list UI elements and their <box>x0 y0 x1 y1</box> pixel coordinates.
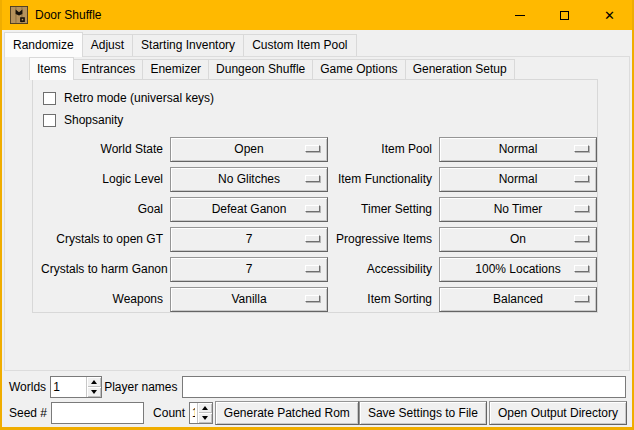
world-state-label: World State <box>41 142 163 156</box>
progressive-items-dropdown[interactable]: On <box>439 227 597 252</box>
item-sorting-dropdown[interactable]: Balanced <box>439 287 597 312</box>
shopsanity-checkbox[interactable] <box>43 114 56 127</box>
open-output-directory-label: Open Output Directory <box>498 406 618 420</box>
item-sorting-label: Item Sorting <box>328 292 432 306</box>
dropdown-indicator-icon <box>574 205 589 212</box>
weapons-dropdown[interactable]: Vanilla <box>170 287 328 312</box>
goal-dropdown[interactable]: Defeat Ganon <box>170 197 328 222</box>
weapons-label: Weapons <box>41 292 163 306</box>
logic-level-value: No Glitches <box>218 172 280 186</box>
arrow-up-icon <box>91 380 97 384</box>
accessibility-dropdown[interactable]: 100% Locations <box>439 257 597 282</box>
tab-adjust[interactable]: Adjust <box>82 34 133 56</box>
seed-row: Seed # Count Generate Patched Rom Save S… <box>7 401 627 424</box>
seed-input[interactable] <box>51 402 144 424</box>
tab-entrances[interactable]: Entrances <box>73 59 143 79</box>
count-spin-down-button[interactable] <box>198 413 212 423</box>
generate-patched-rom-button[interactable]: Generate Patched Rom <box>215 401 359 425</box>
tab-dungeon-shuffle[interactable]: Dungeon Shuffle <box>208 59 313 79</box>
arrow-down-icon <box>202 416 208 420</box>
dropdown-indicator-icon <box>574 175 589 182</box>
bottom-bar: Worlds Player names Seed # Count <box>2 371 632 427</box>
option-row-5: Crystals to harm Ganon 7 Accessibility 1… <box>41 254 594 284</box>
crystals-open-gt-dropdown[interactable]: 7 <box>170 227 328 252</box>
tab-generation-setup-label: Generation Setup <box>413 62 507 76</box>
retro-mode-row: Retro mode (universal keys) <box>43 87 594 109</box>
save-settings-button[interactable]: Save Settings to File <box>359 401 487 425</box>
minimize-button[interactable] <box>497 0 542 30</box>
count-input[interactable] <box>190 403 197 423</box>
shopsanity-label: Shopsanity <box>64 113 123 127</box>
count-spin-buttons <box>197 403 212 423</box>
accessibility-label: Accessibility <box>328 262 432 276</box>
dropdown-indicator-icon <box>574 145 589 152</box>
timer-setting-value: No Timer <box>494 202 543 216</box>
dropdown-indicator-icon <box>574 265 589 272</box>
worlds-spinner <box>50 376 102 398</box>
tab-custom-item-pool[interactable]: Custom Item Pool <box>243 34 356 56</box>
arrow-up-icon <box>202 406 208 410</box>
item-functionality-value: Normal <box>499 172 538 186</box>
logic-level-dropdown[interactable]: No Glitches <box>170 167 328 192</box>
tab-randomize-label: Randomize <box>13 38 74 52</box>
tab-entrances-label: Entrances <box>81 62 135 76</box>
titlebar[interactable]: Door Shuffle ✕ <box>2 0 632 30</box>
option-row-1: World State Open Item Pool Normal <box>41 134 594 164</box>
player-names-label: Player names <box>104 380 177 394</box>
dropdown-indicator-icon <box>305 205 320 212</box>
crystals-open-gt-label: Crystals to open GT <box>41 232 163 246</box>
dropdown-indicator-icon <box>574 235 589 242</box>
window-title: Door Shuffle <box>35 8 102 22</box>
player-names-input[interactable] <box>182 376 627 398</box>
open-output-directory-button[interactable]: Open Output Directory <box>489 401 627 425</box>
randomize-pane: Items Entrances Enemizer Dungeon Shuffle… <box>4 56 630 371</box>
retro-mode-checkbox[interactable] <box>43 92 56 105</box>
logic-level-label: Logic Level <box>41 172 163 186</box>
goal-value: Defeat Ganon <box>212 202 287 216</box>
tab-starting-inventory[interactable]: Starting Inventory <box>132 34 244 56</box>
item-pool-label: Item Pool <box>328 142 432 156</box>
count-spin-up-button[interactable] <box>198 403 212 413</box>
worlds-label: Worlds <box>9 380 46 394</box>
worlds-row: Worlds Player names <box>7 375 627 398</box>
seed-label: Seed # <box>9 406 47 420</box>
option-row-3: Goal Defeat Ganon Timer Setting No Timer <box>41 194 594 224</box>
dropdown-indicator-icon <box>305 175 320 182</box>
tab-starting-inventory-label: Starting Inventory <box>141 38 235 52</box>
tab-generation-setup[interactable]: Generation Setup <box>405 59 515 79</box>
world-state-value: Open <box>234 142 263 156</box>
crystals-harm-ganon-label: Crystals to harm Ganon <box>41 262 163 276</box>
timer-setting-dropdown[interactable]: No Timer <box>439 197 597 222</box>
item-functionality-dropdown[interactable]: Normal <box>439 167 597 192</box>
tab-randomize[interactable]: Randomize <box>4 32 83 57</box>
generate-patched-rom-label: Generate Patched Rom <box>224 406 350 420</box>
close-icon: ✕ <box>604 9 615 22</box>
dropdown-indicator-icon <box>305 265 320 272</box>
worlds-spin-down-button[interactable] <box>87 387 101 397</box>
dropdown-indicator-icon <box>305 295 320 302</box>
worlds-spin-up-button[interactable] <box>87 377 101 387</box>
option-row-6: Weapons Vanilla Item Sorting Balanced <box>41 284 594 314</box>
maximize-button[interactable] <box>542 0 587 30</box>
tab-items[interactable]: Items <box>29 57 74 80</box>
crystals-harm-ganon-value: 7 <box>246 262 253 276</box>
world-state-dropdown[interactable]: Open <box>170 137 328 162</box>
tab-game-options[interactable]: Game Options <box>312 59 405 79</box>
maximize-icon <box>560 11 569 20</box>
tab-dungeon-shuffle-label: Dungeon Shuffle <box>216 62 305 76</box>
retro-mode-label: Retro mode (universal keys) <box>64 91 214 105</box>
sub-tab-bar: Items Entrances Enemizer Dungeon Shuffle… <box>29 57 629 79</box>
item-pool-dropdown[interactable]: Normal <box>439 137 597 162</box>
options-grid: World State Open Item Pool Normal Logic … <box>41 134 594 314</box>
accessibility-value: 100% Locations <box>475 262 560 276</box>
tab-custom-item-pool-label: Custom Item Pool <box>252 38 347 52</box>
option-row-2: Logic Level No Glitches Item Functionali… <box>41 164 594 194</box>
worlds-input[interactable] <box>51 377 86 397</box>
close-button[interactable]: ✕ <box>587 0 632 30</box>
tab-enemizer[interactable]: Enemizer <box>142 59 209 79</box>
dropdown-indicator-icon <box>305 145 320 152</box>
weapons-value: Vanilla <box>231 292 266 306</box>
crystals-harm-ganon-dropdown[interactable]: 7 <box>170 257 328 282</box>
tab-items-label: Items <box>37 62 66 76</box>
tab-adjust-label: Adjust <box>91 38 124 52</box>
